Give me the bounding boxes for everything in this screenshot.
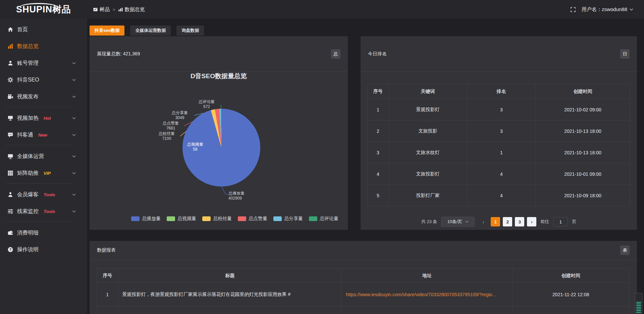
chart-legend: 总播放量总视频量总粉丝量总点赞量总分享量总评论量 (90, 216, 348, 222)
breadcrumb-separator: > (113, 7, 115, 12)
legend-item-2[interactable]: 总粉丝量 (202, 216, 232, 222)
report-table-button[interactable]: 表 (620, 246, 630, 255)
chevron-down-icon (72, 79, 76, 81)
report-col-header: 地址 (342, 269, 512, 283)
page-button-2[interactable]: 2 (503, 217, 512, 226)
sidebar-item-instructions[interactable]: ?操作说明 (0, 243, 87, 256)
home-icon (7, 27, 13, 33)
sidebar-item-data-overview[interactable]: 数据总览 (0, 40, 87, 53)
sidebar-item-douketong[interactable]: 抖客通New (0, 128, 87, 142)
rank-panel: 今日排名 日 序号关键词排名创建时间 1景观投影灯32021-10-02 09:… (361, 36, 637, 230)
goto-page-input[interactable] (553, 217, 568, 226)
pie-label-1: 总视频量58 (180, 142, 210, 152)
rank-panel-title: 今日排名 (368, 51, 387, 57)
user-icon (7, 60, 13, 66)
report-col-header: 序号 (97, 269, 118, 283)
sidebar-item-media-operation[interactable]: 全媒体运营 (0, 150, 87, 163)
rank-table-row: 1景观投影灯32021-10-02 09:00 (368, 99, 630, 120)
fullscreen-icon[interactable] (571, 7, 576, 12)
pie-label-5: 总评论量572 (192, 99, 222, 109)
data-source-tabs: 抖音seo数据全媒体运营数据询盘数据 (90, 25, 204, 36)
tab-2[interactable]: 询盘数据 (176, 25, 204, 36)
breadcrumb-current[interactable]: 数据总览 (118, 6, 145, 13)
prev-page-button[interactable]: ‹ (479, 217, 488, 226)
breadcrumb-root[interactable]: 树品 (93, 6, 110, 13)
legend-label: 总点赞量 (249, 216, 267, 222)
rank-cell: 文旅水纹灯 (388, 142, 467, 163)
rank-table-row: 3文旅水纹灯12021-10-13 18:00 (368, 142, 630, 163)
sidebar-item-douyin-seo[interactable]: 抖音SEO (0, 73, 87, 87)
username-label: 用户名：zswodun88 (582, 6, 627, 13)
sidebar-item-video-publish[interactable]: 视频发布 (0, 90, 87, 103)
legend-item-1[interactable]: 总视频量 (167, 216, 196, 222)
sidebar-divider (6, 145, 72, 145)
person-icon (7, 192, 13, 198)
rank-cell: 文旅投影 (388, 120, 467, 142)
sidebar-item-label: 矩阵助推 (17, 170, 39, 177)
sidebar-item-label: 全媒体运营 (17, 153, 44, 160)
page-size-select[interactable]: 10条/页 (441, 217, 475, 227)
sidebar-badge: Tools (44, 192, 55, 197)
sidebar-divider (6, 107, 72, 107)
legend-item-0[interactable]: 总播放量 (131, 216, 161, 222)
sidebar-divider (6, 183, 72, 184)
rank-col-header: 创建时间 (536, 84, 630, 99)
report-cell-url: https://www.iesdouyin.com/share/video/70… (342, 283, 512, 306)
screen-icon (7, 115, 13, 121)
sidebar-item-clue-monitor[interactable]: 线索监控Tools (0, 205, 87, 218)
sidebar-item-video-heat[interactable]: 视频加热Hot (0, 111, 87, 125)
sidebar-item-account-manage[interactable]: 账号管理 (0, 56, 87, 70)
rank-table-row: 4文旅投影灯42021-10-01 09:00 (368, 163, 630, 185)
legend-swatch (238, 216, 246, 221)
video-link[interactable]: https://www.iesdouyin.com/share/video/70… (346, 292, 497, 297)
sidebar-item-label: 视频加热 (17, 115, 39, 122)
logo[interactable]: SHUPIN树品 (0, 5, 87, 14)
rank-col-header: 排名 (467, 84, 536, 99)
main-content: 抖音seo数据全媒体运营数据询盘数据 展现量总数: 421,369 总 D音SE… (87, 19, 644, 314)
pager: ‹ 123 › (479, 217, 536, 226)
report-col-header: 标题 (118, 269, 342, 283)
gear-icon (7, 77, 13, 83)
page-button-1[interactable]: 1 (491, 217, 500, 226)
legend-item-3[interactable]: 总点赞量 (238, 216, 267, 222)
sidebar-item-label: 账号管理 (17, 60, 39, 67)
video-camera-icon (7, 94, 13, 100)
rank-cell: 5 (368, 185, 389, 206)
report-col-header: 创建时间 (512, 269, 629, 283)
legend-item-4[interactable]: 总分享量 (273, 216, 303, 222)
report-cell-time: 2021-11-22 12:08 (512, 283, 629, 306)
sidebar-item-label: 首页 (17, 26, 28, 33)
chat-icon (7, 132, 13, 138)
sidebar-item-consumption[interactable]: 消费明细 (0, 226, 87, 240)
user-menu[interactable]: 用户名：zswodun88 (582, 6, 633, 13)
rank-cell: 4 (368, 163, 389, 185)
legend-label: 总播放量 (142, 216, 161, 222)
tab-0[interactable]: 抖音seo数据 (90, 25, 124, 36)
sidebar-item-matrix-boost[interactable]: 矩阵助推VIP (0, 166, 87, 180)
rank-day-button[interactable]: 日 (620, 49, 630, 59)
report-panel-title: 数据报表 (97, 247, 116, 253)
page-unit-label: 页 (572, 219, 576, 225)
legend-item-5[interactable]: 总评论量 (309, 216, 338, 222)
sidebar: 首页数据总览账号管理抖音SEO视频发布视频加热Hot抖客通New全媒体运营矩阵助… (0, 19, 87, 314)
next-page-button[interactable]: › (527, 217, 536, 226)
tab-1[interactable]: 全媒体运营数据 (130, 25, 171, 36)
chevron-down-icon (72, 155, 76, 158)
chevron-down-icon (630, 8, 633, 11)
report-table-row (97, 306, 630, 314)
sidebar-item-home[interactable]: 首页 (0, 23, 87, 36)
pie-label-3: 总点赞量7681 (156, 121, 186, 131)
rank-table: 序号关键词排名创建时间 1景观投影灯32021-10-02 09:002文旅投影… (367, 84, 630, 206)
chevron-down-icon (72, 62, 76, 64)
legend-label: 总评论量 (320, 216, 338, 222)
rank-cell: 2021-10-01 09:00 (536, 163, 630, 185)
widget-stripes-icon (636, 302, 641, 313)
sidebar-badge: Hot (44, 116, 51, 121)
rank-col-header: 序号 (368, 84, 389, 99)
page-button-3[interactable]: 3 (515, 217, 524, 226)
floating-contact-widget[interactable] (635, 293, 642, 314)
sidebar-item-label: 抖客通 (17, 132, 33, 139)
app-square-icon (93, 7, 98, 12)
sidebar-item-member-baoke[interactable]: 会员爆客Tools (0, 188, 87, 201)
sidebar-item-label: 消费明细 (17, 229, 39, 237)
